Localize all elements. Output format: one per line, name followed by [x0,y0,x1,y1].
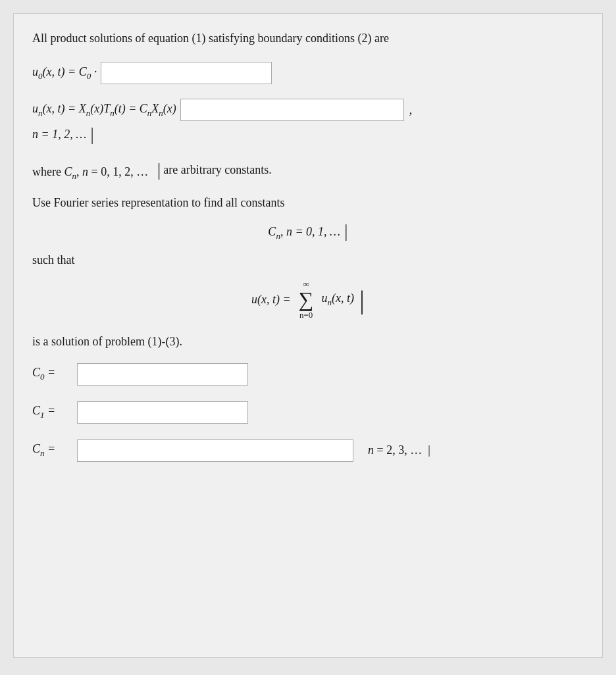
c1-answer-row: C1 = [32,401,584,424]
where-input-wrapper: | are arbitrary constants. [157,159,272,180]
such-that-text: such that [32,253,584,267]
c0-answer-row: C0 = [32,363,584,386]
u-sum-right: un(x, t) [321,291,354,308]
u-sum-left: u(x, t) = [251,293,291,307]
intro-text: All product solutions of equation (1) sa… [32,30,584,47]
main-container: All product solutions of equation (1) sa… [13,13,603,658]
where-bar: | [157,159,161,180]
un-input[interactable] [180,99,404,121]
u0-input[interactable] [101,62,272,84]
cn-centered-row: Cn, n = 0, 1, … | [32,220,584,241]
un-label: un(x, t) = Xn(x)Tn(t) = CnXn(x) [32,102,176,118]
c1-label: C1 = [32,404,72,420]
un-comma: , [409,103,413,117]
sum-symbol-wrapper: ∞ ∑ n=0 [299,279,314,320]
c0-label: C0 = [32,366,72,382]
sum-bar: | [359,284,365,315]
cn-centered-label: Cn, n = 0, 1, … [268,225,340,241]
solution-text: is a solution of problem (1)-(3). [32,335,584,349]
c1-input[interactable] [77,401,248,424]
sum-equation-block: u(x, t) = ∞ ∑ n=0 un(x, t) | [32,279,584,320]
n-range-label: n = 1, 2, … [32,128,86,141]
n-range-bar: | [90,124,94,145]
sum-sigma: ∑ [299,289,314,310]
c0-input[interactable] [77,363,248,386]
un-equation-row: un(x, t) = Xn(x)Tn(t) = CnXn(x) , [32,99,584,121]
cn-input[interactable] [77,439,353,462]
u0-equation-row: u0(x, t) = C0 · [32,62,584,84]
cn-answer-row: Cn = n = 2, 3, … | [32,439,584,462]
cn-cursor-bar: | [344,220,348,241]
fourier-text: Use Fourier series representation to fin… [32,196,584,210]
n-range-row: n = 1, 2, … | [32,124,584,145]
u0-label: u0(x, t) = C0 · [32,65,97,82]
un-equation-section: un(x, t) = Xn(x)Tn(t) = CnXn(x) , n = 1,… [32,99,584,145]
where-text: where Cn, n = 0, 1, 2, … | are arbitrary… [32,159,584,182]
cn-n-range: n = 2, 3, … | [368,443,430,457]
cn-answer-label: Cn = [32,442,72,459]
sum-bottom: n=0 [299,310,313,320]
